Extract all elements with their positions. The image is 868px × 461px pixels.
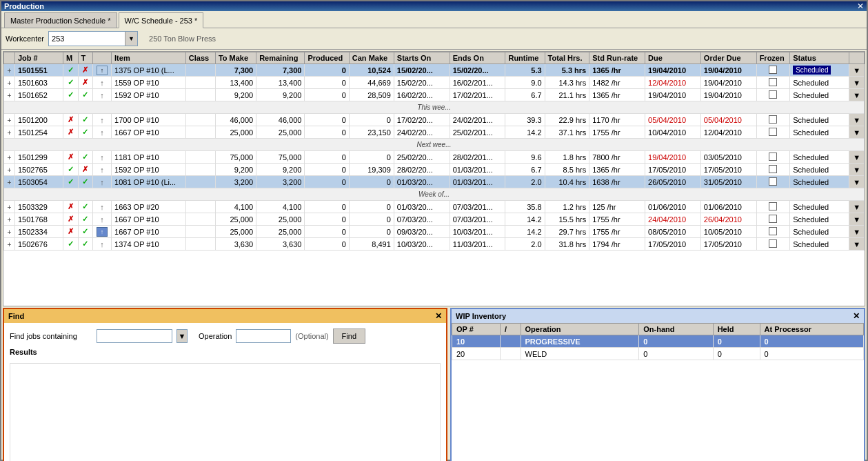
expand-btn[interactable]: +	[4, 164, 15, 176]
scroll-down[interactable]: ▼	[849, 64, 865, 77]
item-name[interactable]: 1667 OP #10	[112, 126, 186, 139]
item-name[interactable]: 1667 OP #10	[112, 213, 186, 226]
job-number[interactable]: 1502334	[14, 226, 63, 238]
job-number[interactable]: 1502765	[14, 164, 63, 176]
workcenter-input[interactable]	[49, 32, 125, 46]
title-bar-close-button[interactable]: ✕	[857, 1, 864, 11]
wip-col-operation[interactable]: Operation	[521, 324, 639, 335]
item-name[interactable]: 1081 OP #10 (Li...	[112, 176, 186, 188]
table-row[interactable]: + 1502765 ✓ ✗ ↑ 1592 OP #10 9,200 9,200 …	[4, 164, 865, 176]
table-row[interactable]: + 1501768 ✗ ✓ ↑ 1667 OP #10 25,000 25,00…	[4, 213, 865, 226]
wip-col-onhand[interactable]: On-hand	[639, 324, 713, 335]
scroll-down[interactable]: ▼	[849, 213, 865, 226]
row-arrow[interactable]: ↑	[93, 89, 112, 101]
scroll-down[interactable]: ▼	[849, 89, 865, 101]
item-name[interactable]: 1559 OP #10	[112, 77, 186, 89]
wip-row[interactable]: 10 PROGRESSIVE 0 0 0	[452, 335, 864, 348]
col-header-runtime[interactable]: Runtime	[505, 52, 545, 64]
frozen-checkbox[interactable]	[756, 226, 790, 238]
scroll-down[interactable]: ▼	[849, 77, 865, 89]
table-row[interactable]: + 1501200 ✗ ✓ ↑ 1700 OP #10 46,000 46,00…	[4, 114, 865, 126]
job-number[interactable]: 1501652	[14, 89, 63, 101]
col-header-tomake[interactable]: To Make	[215, 52, 256, 64]
job-number[interactable]: 1501603	[14, 77, 63, 89]
col-header-m[interactable]: M	[63, 52, 79, 64]
expand-btn[interactable]: +	[4, 114, 15, 126]
table-row[interactable]: + 1502676 ✓ ✓ ↑ 1374 OP #10 3,630 3,630 …	[4, 238, 865, 251]
table-row[interactable]: + 1501603 ✓ ✗ ↑ 1559 OP #10 13,400 13,40…	[4, 77, 865, 89]
item-name[interactable]: 1700 OP #10	[112, 114, 186, 126]
expand-btn[interactable]: +	[4, 176, 15, 188]
frozen-checkbox[interactable]	[756, 89, 790, 101]
col-header-item[interactable]: Item	[112, 52, 186, 64]
item-name[interactable]: 1181 OP #10	[112, 151, 186, 164]
frozen-checkbox[interactable]	[756, 164, 790, 176]
item-name[interactable]: 1592 OP #10	[112, 89, 186, 101]
item-name[interactable]: 1374 OP #10	[112, 238, 186, 251]
col-header-startson[interactable]: Starts On	[394, 52, 450, 64]
expand-btn[interactable]: +	[4, 201, 15, 213]
col-header-t[interactable]: T	[78, 52, 93, 64]
row-arrow[interactable]: ↑	[93, 164, 112, 176]
col-header-class[interactable]: Class	[185, 52, 215, 64]
frozen-checkbox[interactable]	[756, 213, 790, 226]
row-arrow[interactable]: ↑	[93, 238, 112, 251]
wip-row[interactable]: 20 WELD 0 0 0	[452, 348, 864, 360]
expand-btn[interactable]: +	[4, 151, 15, 164]
row-arrow[interactable]: ↑	[93, 114, 112, 126]
job-number[interactable]: 1501299	[14, 151, 63, 164]
workcenter-dropdown-btn[interactable]: ▼	[125, 32, 137, 46]
frozen-checkbox[interactable]	[756, 151, 790, 164]
col-header-endson[interactable]: Ends On	[450, 52, 505, 64]
job-number[interactable]: 1501200	[14, 114, 63, 126]
find-button[interactable]: Find	[333, 328, 365, 344]
scroll-down[interactable]: ▼	[849, 201, 865, 213]
expand-btn[interactable]: +	[4, 213, 15, 226]
col-header-canmake[interactable]: Can Make	[349, 52, 394, 64]
job-number[interactable]: 1503329	[14, 201, 63, 213]
frozen-checkbox[interactable]	[756, 77, 790, 89]
wip-panel-close-button[interactable]: ✕	[853, 311, 860, 321]
row-arrow[interactable]: ↑	[93, 64, 112, 77]
table-row[interactable]: + 1501551 ✓ ✗ ↑ 1375 OP #10 (L... 7,300 …	[4, 64, 865, 77]
frozen-checkbox[interactable]	[756, 126, 790, 139]
job-number[interactable]: 1501551	[14, 64, 63, 77]
col-header-frozen[interactable]: Frozen	[756, 52, 790, 64]
row-arrow[interactable]: ↑	[93, 226, 112, 238]
main-grid-container[interactable]: Job # M T Item Class To Make Remaining P…	[3, 51, 865, 306]
item-name[interactable]: 1663 OP #20	[112, 201, 186, 213]
scroll-down[interactable]: ▼	[849, 126, 865, 139]
col-header-produced[interactable]: Produced	[305, 52, 349, 64]
table-row[interactable]: + 1503054 ✓ ✓ ↑ 1081 OP #10 (Li... 3,200…	[4, 176, 865, 188]
row-arrow[interactable]: ↑	[93, 213, 112, 226]
find-jobs-input[interactable]	[97, 329, 172, 343]
scroll-down[interactable]: ▼	[849, 151, 865, 164]
scroll-down[interactable]: ▼	[849, 114, 865, 126]
row-arrow[interactable]: ↑	[93, 176, 112, 188]
item-name[interactable]: 1667 OP #10	[112, 226, 186, 238]
job-number[interactable]: 1503054	[14, 176, 63, 188]
col-header-due[interactable]: Due	[645, 52, 701, 64]
expand-btn[interactable]: +	[4, 238, 15, 251]
col-header-totalhrs[interactable]: Total Hrs.	[545, 52, 589, 64]
item-name[interactable]: 1592 OP #10	[112, 164, 186, 176]
job-number[interactable]: 1501254	[14, 126, 63, 139]
expand-btn[interactable]: +	[4, 89, 15, 101]
frozen-checkbox[interactable]	[756, 238, 790, 251]
col-header-remaining[interactable]: Remaining	[256, 52, 305, 64]
row-arrow[interactable]: ↑	[93, 126, 112, 139]
row-arrow[interactable]: ↑	[93, 201, 112, 213]
col-header-stdrun[interactable]: Std Run-rate	[589, 52, 645, 64]
table-row[interactable]: + 1503329 ✗ ✓ ↑ 1663 OP #20 4,100 4,100 …	[4, 201, 865, 213]
row-arrow[interactable]: ↑	[93, 151, 112, 164]
scroll-down[interactable]: ▼	[849, 226, 865, 238]
frozen-checkbox[interactable]	[756, 201, 790, 213]
find-jobs-dropdown[interactable]: ▼	[176, 329, 188, 343]
frozen-checkbox[interactable]	[756, 64, 790, 77]
wip-col-atprocessor[interactable]: At Processor	[760, 324, 863, 335]
table-row[interactable]: + 1501254 ✗ ✓ ↑ 1667 OP #10 25,000 25,00…	[4, 126, 865, 139]
table-row[interactable]: + 1501652 ✓ ✓ ↑ 1592 OP #10 9,200 9,200 …	[4, 89, 865, 101]
job-number[interactable]: 1501768	[14, 213, 63, 226]
scroll-down[interactable]: ▼	[849, 176, 865, 188]
expand-btn[interactable]: +	[4, 126, 15, 139]
